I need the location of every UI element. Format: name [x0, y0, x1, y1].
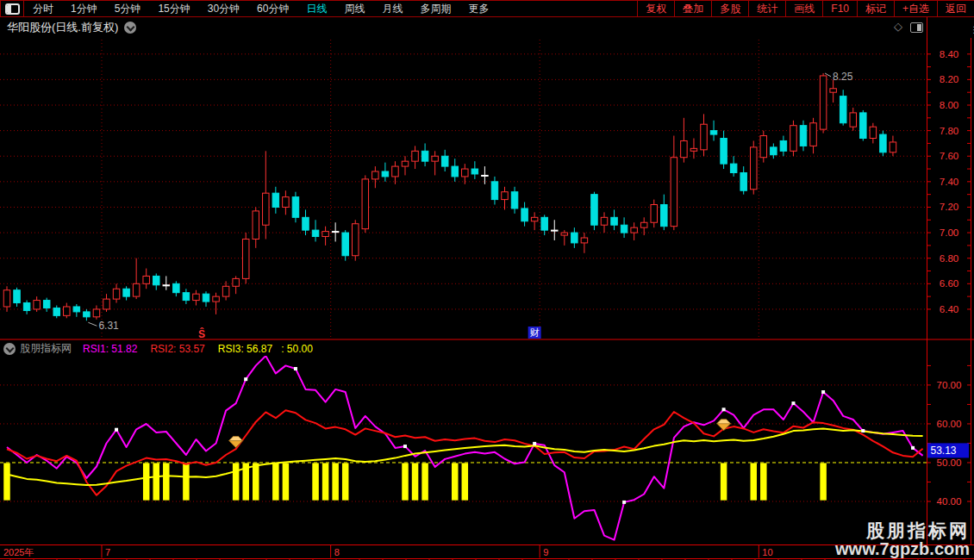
svg-text:6.80: 6.80	[940, 253, 958, 264]
page-title: 华阳股份(日线.前复权)	[7, 20, 118, 35]
svg-text:60.00: 60.00	[937, 419, 962, 429]
svg-text:6.31: 6.31	[98, 320, 119, 332]
timeframe-tab-1分钟[interactable]: 1分钟	[62, 1, 106, 16]
line-peak-marker	[821, 390, 825, 394]
watermark-brand: 股朋指标网	[835, 521, 970, 540]
timeframe-tab-5分钟[interactable]: 5分钟	[106, 1, 150, 16]
trading-terminal: 分时1分钟5分钟15分钟30分钟60分钟日线周线月线多周期更多 > 复权叠加多股…	[0, 0, 974, 560]
toolbar-button-F10[interactable]: F10	[822, 1, 857, 16]
rsi3-value: RSI3: 56.87	[218, 343, 272, 355]
layout-split-icon	[5, 3, 20, 15]
rsi-panel	[0, 356, 927, 539]
line-peak-marker	[622, 501, 626, 504]
chart-title-bar: 华阳股份(日线.前复权) ◇ ⋮	[0, 17, 974, 38]
timeframe-tab-60分钟[interactable]: 60分钟	[248, 1, 297, 16]
svg-text:7.00: 7.00	[940, 227, 958, 238]
watermark: 股朋指标网 www.7gpzb.com	[835, 521, 970, 558]
svg-text:7.60: 7.60	[940, 151, 958, 161]
toolbar-button-画线[interactable]: 画线	[785, 1, 822, 16]
oversold-bars	[3, 463, 827, 500]
price-axis: 8.408.208.007.807.607.407.207.006.806.60…	[927, 18, 971, 544]
timeframe-tab-15分钟[interactable]: 15分钟	[149, 1, 198, 16]
line-peak-marker	[115, 428, 118, 432]
svg-text:8.40: 8.40	[940, 49, 958, 59]
toolbar-button-复权[interactable]: 复权	[637, 1, 674, 16]
menu-spacer	[506, 1, 638, 16]
timeframe-tab-日线[interactable]: 日线	[297, 1, 335, 16]
timeframe-tab-月线[interactable]: 月线	[373, 1, 411, 16]
drag-handle-icon[interactable]: ⋮	[970, 26, 974, 34]
indicator-brand-label: 股朋指标网	[20, 341, 72, 356]
rsi-indicator-header: 股朋指标网 RSI1: 51.82 RSI2: 53.57 RSI3: 56.8…	[0, 341, 922, 356]
news-marker: 财	[530, 327, 540, 338]
panel-layout-icon[interactable]	[910, 22, 923, 33]
rsi1-value: RSI1: 51.82	[83, 343, 137, 355]
line-peak-marker	[244, 377, 247, 381]
svg-text:7.40: 7.40	[940, 177, 958, 187]
svg-text:8.00: 8.00	[940, 100, 958, 110]
axis-divider	[927, 17, 927, 38]
svg-text:50.00: 50.00	[937, 457, 962, 468]
svg-text:6.40: 6.40	[940, 304, 958, 314]
svg-text:8: 8	[334, 547, 340, 557]
rsi-level-value: : 50.00	[281, 343, 313, 355]
svg-text:7.20: 7.20	[940, 202, 958, 212]
timeframe-tab-多周期[interactable]: 多周期	[411, 1, 459, 16]
svg-text:40.00: 40.00	[937, 496, 962, 507]
svg-text:8.20: 8.20	[940, 74, 958, 84]
timeframe-tab-分时[interactable]: 分时	[24, 1, 62, 16]
toolbar-button-叠加[interactable]: 叠加	[674, 1, 711, 16]
sidebar-toggle-button[interactable]	[0, 1, 24, 16]
indicator-chevron-icon[interactable]	[3, 343, 16, 355]
timeframe-tab-30分钟[interactable]: 30分钟	[199, 1, 248, 16]
svg-text:7: 7	[105, 547, 110, 557]
line-peak-marker	[722, 408, 726, 411]
svg-text:6.60: 6.60	[940, 278, 958, 289]
tools-menu: 复权叠加多股统计画线F10标记+自选返回	[637, 1, 974, 16]
line-peak-marker	[403, 445, 407, 448]
toolbar-button-+自选[interactable]: +自选	[894, 1, 937, 16]
svg-text:70.00: 70.00	[937, 380, 962, 390]
line-peak-marker	[294, 367, 297, 370]
svg-text:53.13: 53.13	[931, 445, 957, 457]
timeframe-menu: 分时1分钟5分钟15分钟30分钟60分钟日线周线月线多周期更多	[24, 1, 497, 16]
time-axis: 2025年78910	[0, 545, 974, 560]
sell-signal-marker: Ŝ	[198, 327, 205, 340]
toolbar-button-标记[interactable]: 标记	[857, 1, 894, 16]
quote-panel-icon[interactable]: ◇	[894, 20, 902, 33]
line-peak-marker	[533, 442, 536, 445]
line-peak-marker	[861, 429, 865, 432]
chart-canvas[interactable]: 6.318.25Ŝ财8.408.208.007.807.607.407.207.…	[0, 0, 974, 560]
toolbar-button-多股[interactable]: 多股	[711, 1, 748, 16]
top-menu-bar: 分时1分钟5分钟15分钟30分钟60分钟日线周线月线多周期更多 > 复权叠加多股…	[0, 0, 974, 17]
main-chart-panel: 6.318.25Ŝ财	[0, 40, 927, 340]
line-peak-marker	[791, 401, 795, 405]
timeframe-tab-周线[interactable]: 周线	[335, 1, 373, 16]
svg-text:8.25: 8.25	[833, 71, 853, 83]
timeframe-tab-更多[interactable]: 更多	[459, 1, 497, 16]
svg-text:9: 9	[543, 547, 548, 557]
toolbar-button-统计[interactable]: 统计	[748, 1, 785, 16]
rsi2-value: RSI2: 53.57	[150, 343, 204, 355]
watermark-url: www.7gpzb.com	[835, 540, 970, 558]
chevron-down-icon[interactable]	[124, 22, 136, 34]
toolbar-button-返回[interactable]: 返回	[937, 1, 974, 16]
svg-text:2025年: 2025年	[3, 547, 34, 557]
svg-text:10: 10	[762, 547, 772, 557]
line-peak-marker	[911, 446, 915, 450]
more-chevron-icon: >	[497, 1, 505, 16]
svg-text:7.80: 7.80	[940, 126, 958, 136]
